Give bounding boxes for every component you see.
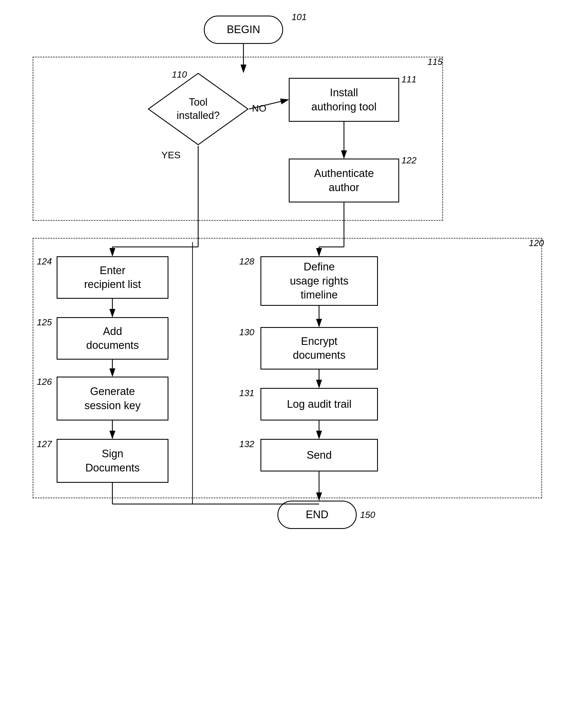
log-audit-node: Log audit trail: [260, 388, 378, 420]
label-115: 115: [428, 57, 443, 67]
encrypt-node: Encryptdocuments: [260, 327, 378, 370]
label-111: 111: [402, 74, 417, 85]
add-documents-node: Adddocuments: [56, 317, 168, 359]
begin-node: BEGIN: [204, 16, 283, 44]
flowchart-diagram: 115 120 BEGIN 101 Toolinstalled? 110 Ins…: [0, 0, 571, 728]
no-label: NO: [252, 103, 266, 114]
label-124: 124: [37, 256, 52, 267]
end-node: END: [277, 501, 357, 529]
yes-label: YES: [161, 149, 181, 161]
define-usage-node: Defineusage rightstimeline: [260, 256, 378, 306]
sign-documents-node: SignDocuments: [56, 439, 168, 483]
label-126: 126: [37, 377, 52, 387]
generate-session-node: Generatesession key: [56, 377, 168, 420]
authenticate-node: Authenticateauthor: [289, 159, 399, 202]
tool-installed-node: Toolinstalled?: [147, 72, 249, 146]
label-125: 125: [37, 317, 52, 328]
label-128: 128: [239, 256, 254, 267]
label-122: 122: [402, 155, 417, 166]
label-127: 127: [37, 439, 52, 449]
install-tool-node: Installauthoring tool: [289, 78, 399, 122]
label-150: 150: [360, 510, 375, 520]
send-node: Send: [260, 439, 378, 472]
label-130: 130: [239, 327, 254, 337]
label-110: 110: [172, 69, 187, 80]
enter-recipient-node: Enterrecipient list: [56, 256, 168, 299]
label-131: 131: [239, 388, 254, 398]
label-132: 132: [239, 439, 254, 449]
label-120: 120: [529, 238, 544, 248]
label-101: 101: [292, 12, 307, 22]
